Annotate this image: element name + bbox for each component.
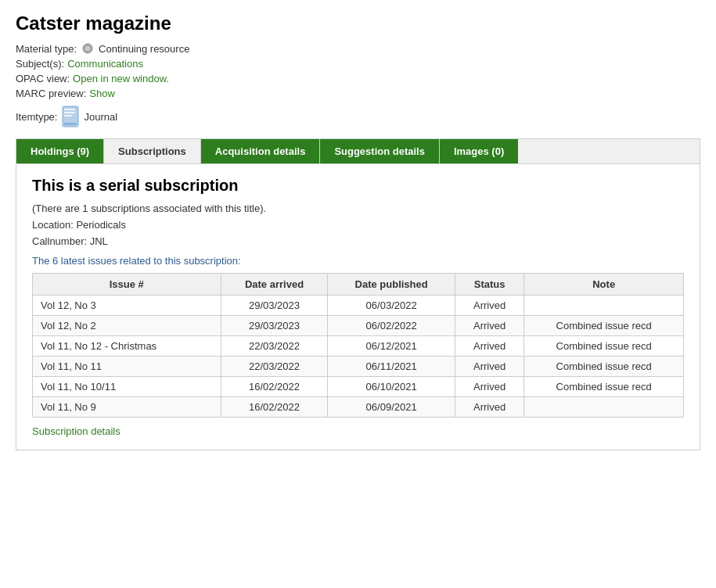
table-cell: Arrived (455, 357, 524, 377)
callnumber-row: Callnumber: JNL (32, 235, 684, 247)
location-label: Location: (32, 219, 74, 231)
tab-holdings[interactable]: Holdings (9) (16, 139, 104, 163)
tabs-bar: Holdings (9) Subscriptions Acquisition d… (16, 138, 700, 164)
table-cell: Arrived (455, 296, 524, 316)
table-cell: Vol 11, No 11 (33, 357, 221, 377)
opac-row: OPAC view: Open in new window. (16, 73, 700, 84)
table-cell: 29/03/2023 (221, 316, 328, 336)
col-status: Status (455, 274, 524, 296)
material-type-label: Material type: (16, 43, 77, 55)
table-cell: Combined issue recd (524, 377, 684, 397)
table-cell (524, 296, 684, 316)
table-row: Vol 11, No 12 - Christmas22/03/202206/12… (33, 336, 684, 357)
col-note: Note (524, 274, 684, 296)
callnumber-value: JNL (90, 235, 108, 247)
issues-table: Issue # Date arrived Date published Stat… (32, 273, 684, 418)
table-cell: 06/02/2022 (328, 316, 455, 336)
subscription-details-link[interactable]: Subscription details (32, 425, 121, 437)
table-cell: Arrived (455, 397, 524, 418)
table-header-row: Issue # Date arrived Date published Stat… (33, 274, 684, 296)
continuing-resource-icon (81, 42, 94, 55)
table-cell (524, 397, 684, 418)
table-cell: 16/02/2022 (221, 397, 328, 418)
location-value: Periodicals (76, 219, 126, 231)
tab-acquisition[interactable]: Acquisition details (201, 139, 321, 163)
page-container: Catster magazine Material type: Continui… (0, 0, 716, 463)
material-type-row: Material type: Continuing resource (16, 42, 700, 55)
svg-point-1 (85, 46, 90, 51)
serial-heading: This is a serial subscription (32, 177, 684, 195)
table-row: Vol 11, No 916/02/202206/09/2021Arrived (33, 397, 684, 418)
opac-label: OPAC view: (16, 73, 70, 84)
table-row: Vol 12, No 329/03/202306/03/2022Arrived (33, 296, 684, 316)
col-issue: Issue # (33, 274, 221, 296)
table-cell: Vol 11, No 12 - Christmas (33, 336, 221, 357)
tab-subscriptions[interactable]: Subscriptions (104, 139, 201, 163)
subjects-row: Subject(s): Communications (16, 58, 700, 70)
svg-rect-4 (64, 112, 75, 113)
table-cell: Arrived (455, 336, 524, 357)
table-cell: Combined issue recd (524, 357, 684, 377)
svg-rect-6 (64, 123, 77, 125)
itemtype-row: Itemtype: Journal (16, 106, 700, 127)
table-cell: Vol 12, No 2 (33, 316, 221, 336)
col-date-arrived: Date arrived (221, 274, 328, 296)
table-row: Vol 11, No 1122/03/202206/11/2021Arrived… (33, 357, 684, 377)
subjects-link[interactable]: Communications (67, 58, 143, 70)
col-date-published: Date published (328, 274, 455, 296)
tab-suggestion[interactable]: Suggestion details (320, 139, 440, 163)
table-cell: 06/09/2021 (328, 397, 455, 418)
table-cell: Arrived (455, 316, 524, 336)
opac-link[interactable]: Open in new window. (73, 73, 169, 84)
table-cell: 29/03/2023 (221, 296, 328, 316)
marc-label: MARC preview: (16, 88, 86, 99)
table-cell: 16/02/2022 (221, 377, 328, 397)
callnumber-label: Callnumber: (32, 235, 87, 247)
table-cell: Arrived (455, 377, 524, 397)
table-row: Vol 12, No 229/03/202306/02/2022ArrivedC… (33, 316, 684, 336)
table-cell: 06/03/2022 (328, 296, 455, 316)
table-cell: 22/03/2022 (221, 357, 328, 377)
table-cell: Vol 11, No 10/11 (33, 377, 221, 397)
table-row: Vol 11, No 10/1116/02/202206/10/2021Arri… (33, 377, 684, 397)
table-cell: Vol 11, No 9 (33, 397, 221, 418)
tab-images[interactable]: Images (0) (440, 139, 518, 163)
table-cell: 06/10/2021 (328, 377, 455, 397)
page-title: Catster magazine (16, 13, 700, 34)
table-cell: Combined issue recd (524, 336, 684, 357)
table-cell: 06/12/2021 (328, 336, 455, 357)
svg-rect-3 (64, 109, 75, 110)
table-cell: 22/03/2022 (221, 336, 328, 357)
itemtype-label: Itemtype: (16, 111, 57, 123)
journal-icon (62, 106, 79, 127)
main-content: This is a serial subscription (There are… (16, 164, 700, 450)
marc-link[interactable]: Show (89, 88, 115, 99)
marc-row: MARC preview: Show (16, 88, 700, 99)
itemtype-value: Journal (84, 111, 117, 123)
location-row: Location: Periodicals (32, 219, 684, 231)
table-cell: Vol 12, No 3 (33, 296, 221, 316)
subjects-label: Subject(s): (16, 58, 64, 70)
subscriptions-note: (There are 1 subscriptions associated wi… (32, 203, 684, 214)
svg-rect-5 (64, 115, 72, 117)
table-cell: Combined issue recd (524, 316, 684, 336)
metadata-section: Material type: Continuing resource Subje… (16, 42, 700, 127)
material-type-value: Continuing resource (99, 43, 189, 55)
table-cell: 06/11/2021 (328, 357, 455, 377)
issues-label: The 6 latest issues related to this subs… (32, 255, 684, 267)
